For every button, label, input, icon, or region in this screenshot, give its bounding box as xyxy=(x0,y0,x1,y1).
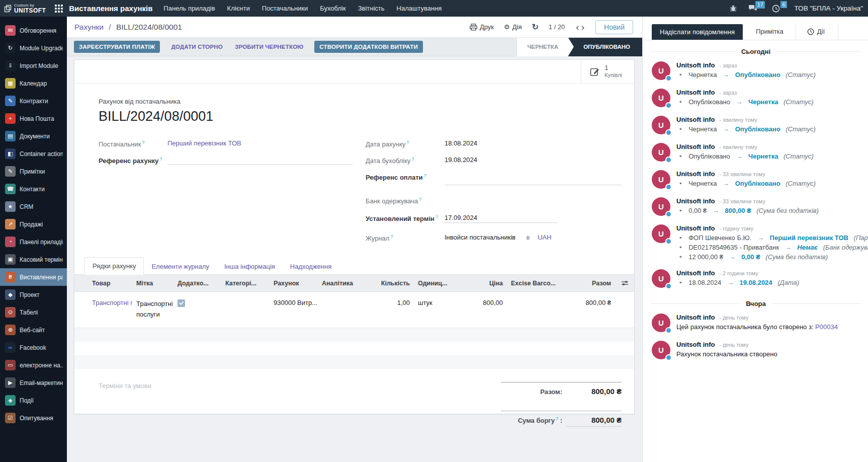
sidebar-item-notes[interactable]: ✎ Примітки xyxy=(0,163,67,180)
line-extra-checkbox[interactable] xyxy=(178,299,185,307)
sidebar-item-import-module[interactable]: ⇩ Import Module xyxy=(0,57,67,74)
payment-reference-input[interactable] xyxy=(445,177,622,185)
avatar[interactable]: U xyxy=(652,61,670,80)
sidebar-item-calendar[interactable]: ▦ Календар xyxy=(0,74,67,92)
due-date-input[interactable]: 17.09.2024 xyxy=(445,214,558,223)
ticket-icon: ◈ xyxy=(5,395,16,406)
pager-previous-button[interactable]: ‹ xyxy=(575,22,580,32)
message-line: • Опубліковано → Чернетка (Статус) xyxy=(676,152,868,160)
message-author: Unitsoft info xyxy=(676,269,715,277)
sidebar-item-label: Контакти xyxy=(20,186,45,193)
purchases-smart-button[interactable]: 1 Купівлі xyxy=(581,60,634,83)
avatar[interactable]: U xyxy=(652,224,670,243)
current-app-title[interactable]: Виставлення рахунків xyxy=(69,4,152,13)
sidebar-item-invoicing[interactable]: ₴ Виставлення ра... xyxy=(0,268,67,286)
journal-currency-link[interactable]: UAH xyxy=(538,234,551,241)
documents-icon: ▤ xyxy=(5,131,16,141)
terms-notes-placeholder[interactable]: Терміни та умови xyxy=(99,382,151,427)
message-author: Unitsoft info xyxy=(676,341,715,348)
topbar-menu-item[interactable]: Налаштування xyxy=(397,5,442,12)
bill-reference-input[interactable] xyxy=(167,156,353,165)
avatar[interactable]: U xyxy=(652,170,670,189)
statusbar-action-button[interactable]: СТВОРИТИ ДОДАТКОВІ ВИТРАТИ xyxy=(314,41,423,53)
sidebar-item-nova-poshta[interactable]: + Нова Пошта xyxy=(0,110,67,127)
chatter-message: U Unitsoft info - хвилину тому xyxy=(643,112,868,139)
breadcrumb-current: BILL/2024/08/0001 xyxy=(116,23,182,31)
refresh-icon[interactable]: ↻ xyxy=(532,22,538,32)
statusbar-action-button[interactable]: ДОДАТИ СТОРНО xyxy=(170,41,224,53)
chatter-message: U Unitsoft info - 33 хвилини тому xyxy=(643,166,868,193)
sidebar-item-label: Табелі xyxy=(20,309,38,316)
debug-bug-icon[interactable] xyxy=(729,5,737,12)
activities-button[interactable]: Дії xyxy=(796,24,838,40)
sidebar-item-label: Панелі приладів xyxy=(20,239,63,246)
breadcrumb-parent-link[interactable]: Рахунки xyxy=(74,23,104,31)
messages-icon[interactable]: 17 xyxy=(748,5,758,12)
vendor-link[interactable]: Перший перевізник ТОВ xyxy=(167,139,241,147)
sidebar-item-discuss[interactable]: ✉ Обговорення xyxy=(0,22,67,39)
avatar[interactable]: U xyxy=(652,89,670,107)
sidebar-item-email-marketing[interactable]: ▶ Email-маркетинг xyxy=(0,374,67,392)
topbar-menu-item[interactable]: Клієнти xyxy=(227,5,250,12)
sidebar-item-website[interactable]: ⊕ Веб-сайт xyxy=(0,321,67,339)
action-menu-button[interactable]: ⚙ Дія xyxy=(504,23,522,31)
arrow-icon: → xyxy=(736,152,742,160)
activities-clock-icon[interactable]: 6 xyxy=(772,5,780,13)
notebook-tab[interactable]: Інша інформація xyxy=(217,258,283,275)
date-divider: Сьогодні xyxy=(651,48,861,55)
gear-icon: ⚙ xyxy=(504,23,510,31)
stage-draft[interactable]: ЧЕРНЕТКА xyxy=(517,38,568,56)
statusbar-action-button[interactable]: ЗАРЕЄСТРУВАТИ ПЛАТІЖ xyxy=(74,41,160,53)
notebook-tab[interactable]: Елементи журналу xyxy=(144,258,217,275)
sidebar-item-crm[interactable]: ★ CRM xyxy=(0,198,67,215)
user-company-menu[interactable]: ТОВ "БПЛА - Україна" xyxy=(794,5,863,12)
sidebar-item-label: Календар xyxy=(20,80,47,87)
avatar[interactable]: U xyxy=(652,341,670,359)
message-record-link[interactable]: P00034 xyxy=(815,323,838,331)
smart-button-strip: 1 Купівлі xyxy=(74,60,634,84)
sidebar-item-surveys[interactable]: ☑ Опитування xyxy=(0,409,67,427)
journal-in-word: в xyxy=(527,234,530,241)
sidebar-item-timesheets[interactable]: ⊙ Табелі xyxy=(0,303,67,321)
topbar-menu-item[interactable]: Постачальники xyxy=(262,5,308,12)
optional-columns-icon[interactable] xyxy=(615,280,634,286)
sidebar-item-elearning[interactable]: ▭ електронне на... xyxy=(0,356,67,374)
avatar[interactable]: U xyxy=(652,197,670,216)
notebook-tab[interactable]: Надходження xyxy=(283,258,339,275)
sidebar-item-facebook[interactable]: ∞ Facebook xyxy=(0,339,67,356)
help-icon: ? xyxy=(419,197,421,202)
topbar-menu-item[interactable]: Панель приладів xyxy=(163,5,215,12)
apps-grid-icon[interactable] xyxy=(55,5,63,13)
statusbar-action-button[interactable]: ЗРОБИТИ ЧЕРНЕТКОЮ xyxy=(234,41,304,53)
message-timestamp: - день тому xyxy=(719,315,748,321)
sidebar-item-contacts[interactable]: ☎ Контакти xyxy=(0,180,67,198)
avatar[interactable]: U xyxy=(652,314,670,332)
log-note-tab[interactable]: Примітка xyxy=(743,24,796,40)
sidebar-item-module-upgrade[interactable]: ↻ Module Upgrade xyxy=(0,39,67,57)
topbar-menu-item[interactable]: Звітність xyxy=(358,5,385,12)
sidebar-item-pos[interactable]: ▣ Касовий термін... xyxy=(0,251,67,268)
notebook-tab[interactable]: Рядки рахунку xyxy=(84,257,144,275)
sidebar-item-documents[interactable]: ▤ Документи xyxy=(0,127,67,145)
sidebar-item-sales[interactable]: ↗ Продажі xyxy=(0,215,67,233)
col-header-extra: Додатко... xyxy=(173,280,221,287)
line-product-link[interactable]: Транспортні по xyxy=(92,299,132,306)
stage-posted[interactable]: ОПУБЛІКОВАНО xyxy=(568,38,642,56)
print-button[interactable]: Друк xyxy=(470,23,494,31)
send-message-button[interactable]: Надіслати повідомлення xyxy=(652,24,743,40)
new-record-button[interactable]: Новий xyxy=(595,20,633,34)
pager-next-button[interactable]: › xyxy=(580,22,585,32)
topbar-menu-item[interactable]: Бухоблік xyxy=(320,5,345,12)
puzzle-icon: ◧ xyxy=(5,148,16,159)
avatar[interactable]: U xyxy=(652,143,670,162)
chat-icon: ✉ xyxy=(5,25,16,36)
sidebar-item-container-actions[interactable]: ◧ Container actions xyxy=(0,145,67,163)
printer-icon xyxy=(470,24,477,31)
sidebar-item-project[interactable]: ◆ Проект xyxy=(0,286,67,303)
sidebar-item-events[interactable]: ◈ Події xyxy=(0,392,67,409)
sidebar-item-dashboards[interactable]: ◔ Панелі приладів xyxy=(0,233,67,251)
avatar[interactable]: U xyxy=(652,116,670,134)
sidebar-item-contracts[interactable]: ✎ Контракти xyxy=(0,92,67,110)
avatar[interactable]: U xyxy=(652,269,670,288)
message-timestamp: - день тому xyxy=(719,342,748,348)
